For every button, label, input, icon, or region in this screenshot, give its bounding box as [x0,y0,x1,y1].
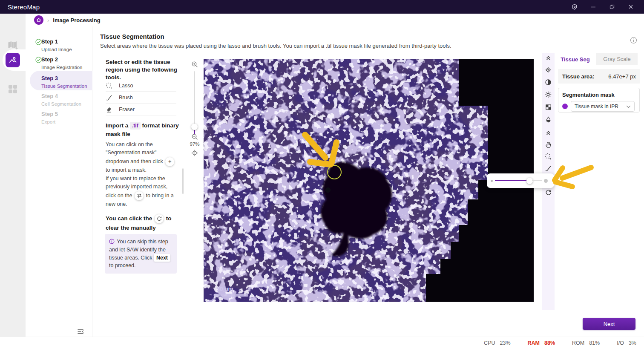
tool-label: Brush [119,95,133,101]
scrollbar-thumb[interactable] [182,168,184,194]
map-icon[interactable] [0,40,26,50]
collapse-steps-icon[interactable] [76,327,85,336]
mask-dropdown-value: Tissue mask in IPR [575,104,618,110]
step-name: Step 3 [41,75,58,81]
collapse-up-icon[interactable] [542,127,555,138]
step-label: Image Registration [41,65,83,70]
microscopy-image[interactable]: 50 µm [204,59,534,302]
app-window: StereoMap [0,0,644,349]
zoom-slider-thumb[interactable] [191,124,198,130]
tissue-area-box: Tissue area: 6.47e+7 px [558,69,640,84]
next-chip: Next [154,254,170,262]
scale-bar-label: 50 µm [216,286,233,292]
apps-icon[interactable] [0,84,26,95]
page-description: Select areas where the tissue was placed… [100,43,451,49]
slider-max-dot [544,179,548,183]
import-paragraph-2: If you want to replace the previously im… [106,175,178,208]
tab-tissue-seg[interactable]: Tissue Seg [555,53,596,65]
content-header: Tissue Segmentation Select areas where t… [92,26,644,53]
home-icon[interactable] [34,15,43,25]
pan-hand-icon[interactable] [542,139,555,150]
para-text: You can click on the "Segmentation mask"… [106,141,163,164]
step-name: Step 1 [41,38,58,45]
lasso-icon [106,82,112,89]
zoom-in-icon[interactable] [188,59,201,69]
step-name: Step 2 [41,56,58,63]
stat-value: 88% [544,340,555,346]
import-paragraph-1: You can click on the "Segmentation mask"… [106,141,178,174]
tools-intro: Select or edit the tissue region using t… [106,58,177,81]
skip-note-post: to proceed. [109,262,136,268]
rom-stat: ROM 81% [572,340,600,346]
stat-value: 81% [589,340,600,346]
brush-icon[interactable] [542,163,555,174]
tif-chip: .tif [130,122,141,130]
zoom-percent: 97% [188,141,201,147]
image-processing-nav[interactable] [0,53,26,67]
brightness-icon[interactable] [542,89,555,100]
add-mask-icon[interactable]: + [165,157,174,166]
clear-note-pre: You can click the [106,215,152,222]
scale-bar [214,294,248,297]
steps-panel: Step 1 Upload Image Step 2 Image Registr… [26,26,92,337]
eraser-tool-row[interactable]: Eraser [106,104,176,115]
reset-icon[interactable] [155,214,164,223]
breadcrumb-separator: › [47,17,49,23]
breadcrumb-page: Image Processing [53,17,100,23]
reset-icon[interactable] [542,187,555,198]
next-button[interactable]: Next [583,318,635,330]
zoom-out-icon[interactable] [188,132,201,142]
lasso-tool-row[interactable]: Lasso [106,80,176,92]
segmentation-mask-card: Segmentation mask Tissue mask in IPR [558,88,640,112]
saturation-icon[interactable] [542,114,555,125]
app-title: StereoMap [0,3,40,11]
para-text: to import a mask. [106,167,147,173]
cpu-stat: CPU 23% [484,340,510,346]
mask-color-dot [562,104,568,109]
page-title: Tissue Segmentation [100,33,164,40]
tab-gray-scale[interactable]: Gray Scale [596,53,638,65]
auto-enhance-icon[interactable] [542,64,555,75]
status-bar: CPU 23% RAM 88% ROM 81% I/O 3% [0,337,644,349]
stat-value: 3% [629,340,636,346]
maximize-restore-icon[interactable] [606,1,618,12]
stat-value: 23% [500,340,511,346]
slider-min-dot [491,180,493,182]
import-heading: Import a .tif format binary mask file [106,121,179,139]
left-nav-rail [0,14,26,337]
tissue-area-label: Tissue area: [562,73,595,80]
collapse-up-icon[interactable] [542,52,555,63]
io-stat: I/O 3% [617,340,636,346]
brush-tool-row[interactable]: Brush [106,92,176,104]
lasso-icon[interactable] [542,151,555,162]
slider-track-empty[interactable] [532,180,542,181]
stat-label: I/O [617,340,624,346]
panel-tabs: Tissue Seg Gray Scale [555,53,638,65]
settings-icon[interactable] [568,1,581,12]
step-name: Step 5 [41,111,58,117]
step-label: Cell Segmentation [41,101,81,107]
center-view-icon[interactable] [188,148,201,158]
mask-dropdown[interactable]: Tissue mask in IPR [571,101,635,112]
step-label: Export [41,119,55,124]
info-icon[interactable] [630,37,637,46]
chevron-down-icon [626,104,631,110]
minimize-icon[interactable] [587,1,600,12]
slider-track-filled[interactable] [495,180,527,181]
replace-mask-icon[interactable] [135,191,144,200]
segmentation-mask-title: Segmentation mask [562,92,635,98]
eraser-size-popup [487,173,554,188]
tool-instructions-panel: Select or edit the tissue region using t… [92,53,183,310]
tool-label: Eraser [119,107,135,112]
checkerboard-icon[interactable] [542,101,555,112]
eraser-icon [106,106,112,113]
step-label: Upload Image [41,47,72,52]
breadcrumb: › Image Processing [26,14,644,26]
image-icon [6,53,20,67]
tissue-image: 50 µm [204,59,534,302]
contrast-icon[interactable] [542,77,555,88]
window-controls [568,1,644,12]
close-icon[interactable] [624,1,637,12]
tissue-area-value: 6.47e+7 px [608,73,636,80]
segmentation-panel: Tissue Seg Gray Scale Tissue area: 6.47e… [555,53,644,310]
